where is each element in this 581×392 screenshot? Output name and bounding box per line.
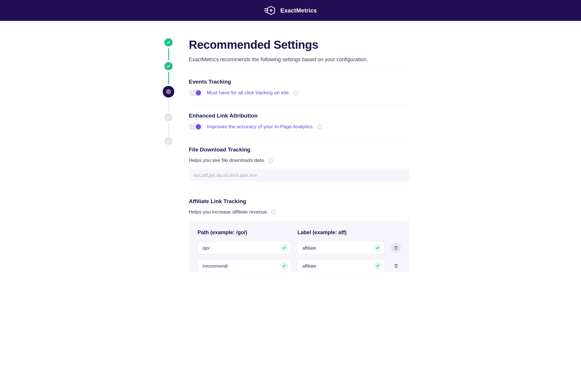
toggle-label: Must have for all click tracking on site…	[207, 90, 290, 96]
info-icon[interactable]: i	[268, 158, 273, 163]
check-icon	[374, 262, 381, 270]
affiliate-rows-container: Path (example: /go/) Label (example: aff…	[189, 221, 410, 272]
section-enhanced-link: Enhanced Link Attribution Improves the a…	[189, 105, 410, 139]
step-2-done[interactable]	[164, 62, 173, 70]
affiliate-row: /recommend/ affiliate	[198, 259, 401, 272]
toggle-label: Improves the accuracy of your In-Page An…	[207, 124, 314, 130]
brand-name: ExactMetrics	[280, 7, 317, 14]
page-subtitle: ExactMetrics recommends the following se…	[189, 57, 410, 63]
wizard-stepper	[137, 38, 189, 286]
brand-logo: ExactMetrics	[264, 6, 317, 15]
section-events-tracking: Events Tracking Must have for all click …	[189, 71, 410, 105]
section-desc: Helps you increase affiliate revenue.	[189, 209, 268, 215]
column-header-path: Path (example: /go/)	[198, 230, 291, 236]
step-1-done[interactable]	[164, 38, 173, 46]
delete-row-button[interactable]	[391, 261, 401, 271]
info-icon[interactable]: i	[293, 91, 298, 95]
svg-point-1	[271, 10, 272, 11]
info-icon[interactable]: i	[271, 210, 276, 214]
step-4-pending[interactable]	[164, 113, 173, 121]
section-title: Enhanced Link Attribution	[189, 113, 410, 119]
events-tracking-toggle[interactable]	[189, 90, 202, 96]
step-connector	[168, 48, 169, 60]
affiliate-row: /go/ affiliate	[198, 241, 401, 254]
step-5-pending[interactable]	[164, 137, 173, 145]
column-header-label: Label (example: aff)	[297, 230, 385, 236]
logo-icon	[264, 6, 277, 15]
section-file-downloads: File Download Tracking Helps you see fil…	[189, 139, 410, 190]
page-title: Recommended Settings	[189, 38, 410, 51]
enhanced-link-toggle[interactable]	[189, 124, 202, 130]
check-icon	[280, 244, 288, 252]
step-3-current[interactable]	[163, 86, 174, 97]
section-desc: Helps you see file downloads data.	[189, 158, 265, 163]
affiliate-label-input[interactable]: affiliate	[297, 259, 385, 272]
check-icon	[280, 262, 288, 270]
delete-row-button[interactable]	[391, 243, 401, 253]
file-extensions-input[interactable]: doc,pdf,ppt,zip,xls,docx,pptx,xlsx	[189, 169, 410, 182]
affiliate-path-input[interactable]: /recommend/	[198, 259, 291, 272]
affiliate-label-input[interactable]: affiliate	[297, 241, 385, 254]
step-connector	[168, 99, 169, 111]
section-title: Events Tracking	[189, 79, 410, 85]
section-affiliate-link: Affiliate Link Tracking Helps you increa…	[189, 190, 410, 286]
svg-point-7	[168, 91, 169, 92]
section-title: File Download Tracking	[189, 147, 410, 153]
step-connector	[168, 72, 169, 84]
app-header: ExactMetrics	[0, 0, 581, 21]
affiliate-path-input[interactable]: /go/	[198, 241, 291, 254]
step-connector	[168, 123, 169, 135]
check-icon	[374, 244, 381, 252]
section-title: Affiliate Link Tracking	[189, 198, 410, 205]
info-icon[interactable]: i	[318, 124, 322, 129]
